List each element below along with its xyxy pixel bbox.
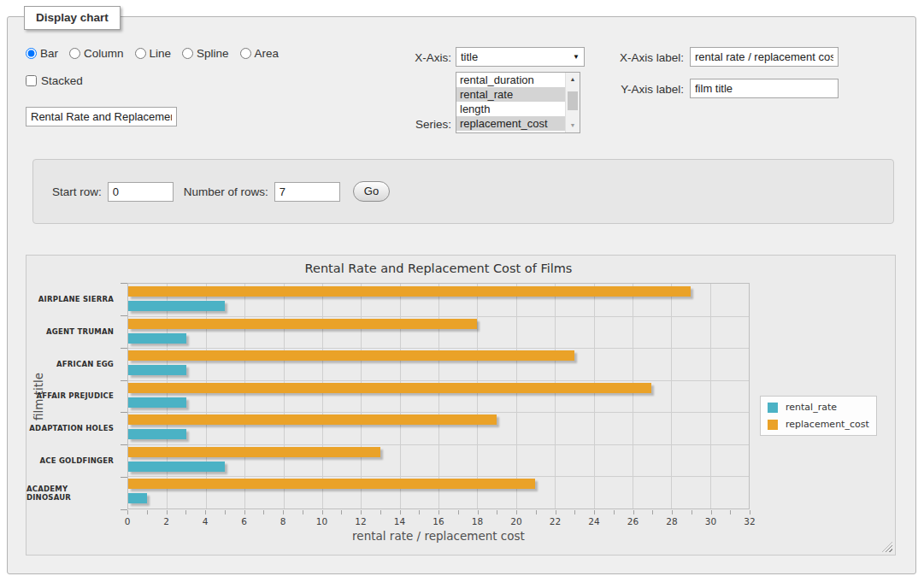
x-tick-label: 2 — [163, 516, 169, 526]
x-tick-mark — [225, 510, 226, 514]
category-label: ACE GOLDFINGER — [26, 444, 114, 477]
number-of-rows-input[interactable] — [274, 182, 340, 202]
gridline-v — [516, 284, 517, 509]
legend-swatch-rental_rate — [768, 403, 778, 413]
x-axis-select-label: X-Axis: — [376, 51, 451, 64]
chart-type-option-column[interactable]: Column — [69, 47, 124, 60]
category-label: AFRICAN EGG — [26, 348, 114, 380]
chart-type-option-spline[interactable]: Spline — [182, 47, 229, 60]
gridline-h — [128, 476, 749, 477]
go-button[interactable]: Go — [353, 181, 390, 202]
chart-type-radio-line[interactable] — [135, 48, 146, 59]
stacked-checkbox[interactable] — [26, 75, 37, 86]
series-option-rental_duration[interactable]: rental_duration — [456, 73, 565, 87]
bar-rental_rate — [128, 301, 225, 311]
x-tick-label: 32 — [744, 516, 755, 526]
chart-type-radio-spline[interactable] — [182, 48, 193, 59]
bar-replacement_cost — [128, 479, 535, 489]
legend-label: replacement_cost — [786, 419, 869, 430]
y-tick-mark — [121, 380, 127, 381]
x-tick-mark — [574, 510, 575, 514]
chart-type-radio-area[interactable] — [240, 48, 251, 59]
chart-type-label: Column — [84, 47, 124, 60]
y-tick-mark — [121, 412, 127, 413]
chart-type-option-area[interactable]: Area — [240, 47, 280, 60]
x-tick-mark — [652, 510, 653, 514]
series-option-replacement_cost[interactable]: replacement_cost — [456, 116, 565, 131]
category-label: AIRPLANE SIERRA — [26, 283, 114, 315]
series-listbox[interactable]: rental_durationrental_ratelengthreplacem… — [456, 72, 580, 133]
gridline-v — [477, 284, 478, 509]
series-option-rental_rate[interactable]: rental_rate — [456, 87, 565, 102]
x-tick-mark — [400, 510, 401, 514]
y-tick-mark — [121, 315, 127, 316]
scroll-down-icon[interactable]: ▼ — [566, 119, 580, 132]
x-tick-label: 30 — [705, 516, 716, 526]
x-tick-mark — [244, 510, 245, 514]
x-tick-label: 8 — [280, 516, 286, 526]
gridline-h — [128, 316, 749, 317]
x-tick-label: 24 — [588, 516, 599, 526]
category-label: ACADEMY DINOSAUR — [26, 477, 114, 509]
x-tick-label: 26 — [627, 516, 639, 526]
resize-handle-icon[interactable] — [882, 542, 892, 552]
y-axis-label-input[interactable] — [690, 79, 839, 98]
x-tick-mark — [167, 510, 168, 514]
x-tick-mark — [303, 510, 303, 514]
rows-panel: Start row: Number of rows: Go — [32, 159, 894, 224]
x-tick-mark — [341, 510, 342, 514]
bar-rental_rate — [128, 333, 186, 344]
x-tick-mark — [633, 510, 634, 514]
chart-type-radio-group: BarColumnLineSplineArea — [26, 47, 279, 60]
fieldset-legend: Display chart — [24, 6, 121, 30]
chart-container: Rental Rate and Replacement Cost of Film… — [26, 255, 896, 556]
x-tick-label: 18 — [472, 516, 483, 526]
gridline-h — [128, 380, 749, 381]
chart-category-labels: AIRPLANE SIERRAAGENT TRUMANAFRICAN EGGAF… — [26, 283, 121, 509]
bar-rental_rate — [128, 429, 186, 439]
legend-label: rental_rate — [786, 402, 837, 413]
gridline-v — [438, 284, 439, 509]
bar-replacement_cost — [128, 383, 651, 393]
chart-type-radio-bar[interactable] — [26, 48, 37, 59]
bar-rental_rate — [128, 397, 186, 408]
bar-replacement_cost — [128, 319, 477, 329]
gridline-v — [284, 284, 285, 509]
x-tick-mark — [458, 510, 459, 514]
x-axis-label-input[interactable] — [690, 47, 839, 67]
chart-x-axis-title: rental rate / replacement cost — [127, 529, 750, 543]
scrollbar-thumb[interactable] — [568, 91, 578, 110]
x-axis-select[interactable]: title — [456, 47, 585, 67]
chart-type-option-line[interactable]: Line — [135, 47, 172, 60]
plot-grid — [127, 283, 750, 509]
x-tick-mark — [692, 510, 692, 514]
series-scrollbar[interactable]: ▲ ▼ — [565, 73, 580, 132]
legend-row: rental_rate — [768, 402, 869, 413]
gridline-v — [244, 284, 245, 509]
category-label: ADAPTATION HOLES — [26, 412, 114, 444]
chart-title-input[interactable] — [26, 107, 177, 126]
gridline-v — [710, 284, 711, 509]
x-tick-mark — [478, 510, 479, 514]
x-tick-mark — [283, 510, 284, 514]
x-tick-mark — [185, 510, 186, 514]
chart-type-label: Spline — [197, 47, 229, 60]
start-row-input[interactable] — [108, 182, 174, 202]
chart-legend: rental_ratereplacement_cost — [760, 396, 877, 436]
category-label: AGENT TRUMAN — [26, 315, 114, 348]
series-option-length[interactable]: length — [456, 102, 565, 116]
series-list-label: Series: — [376, 118, 451, 131]
x-tick-label: 14 — [394, 516, 405, 526]
scroll-up-icon[interactable]: ▲ — [566, 73, 580, 86]
chart-title: Rental Rate and Replacement Cost of Film… — [127, 262, 750, 275]
category-label: AFFAIR PREJUDICE — [26, 380, 114, 413]
y-tick-mark — [121, 283, 127, 284]
x-tick-label: 20 — [510, 516, 521, 526]
x-tick-mark — [730, 510, 731, 514]
chart-type-radio-column[interactable] — [69, 48, 80, 59]
x-tick-mark — [438, 510, 439, 514]
x-tick-label: 4 — [203, 516, 209, 526]
gridline-v — [594, 284, 595, 509]
bar-replacement_cost — [128, 414, 497, 425]
chart-type-option-bar[interactable]: Bar — [26, 47, 58, 60]
